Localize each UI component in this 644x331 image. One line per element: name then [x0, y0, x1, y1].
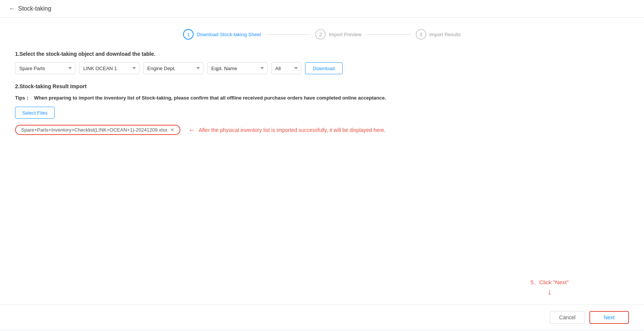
dept-select[interactable]: Engine Dept. [143, 62, 203, 74]
arrow-left-icon: ← [188, 126, 195, 134]
section2-title: 2.Stock-taking Result Import [15, 83, 629, 89]
download-button[interactable]: Download [305, 62, 343, 74]
annotation-5-arrow: ↓ [548, 288, 552, 296]
step-3-label: Import Results [429, 32, 461, 37]
all-select[interactable]: All [271, 62, 301, 74]
step-line-1 [266, 34, 311, 35]
annotation-5: 5、Click "Next" ↓ [531, 279, 569, 296]
file-annotation: ← After the physical inventory list is i… [188, 126, 385, 134]
section1-title: 1.Select the stock-taking object and dow… [15, 51, 629, 57]
step-2-label: Import Preview [329, 32, 362, 37]
step-2-circle: 2 [315, 29, 326, 40]
filter-row: Spare Parts LINK OCEAN 1 Engine Dept. Eq… [15, 62, 629, 74]
steps-container: 1 Download Stock-taking Sheet 2 Import P… [15, 29, 629, 40]
footer: Cancel Next [0, 305, 644, 330]
tips-content: When preparing to import the inventory l… [34, 95, 386, 101]
close-file-button[interactable]: ✕ [170, 127, 174, 133]
tips-label: Tips： [15, 95, 30, 101]
main-content: 1 Download Stock-taking Sheet 2 Import P… [0, 18, 644, 330]
step-line-2 [366, 34, 411, 35]
step-3-circle: 3 [416, 29, 426, 40]
step-2: 2 Import Preview [315, 29, 362, 40]
annotation-5-label: 5、Click "Next" [531, 279, 569, 286]
step-1: 1 Download Stock-taking Sheet [183, 29, 261, 40]
page-title: Stock-taking [18, 5, 51, 12]
select-files-button[interactable]: Select Files [15, 107, 55, 119]
eqpt-select[interactable]: Eqpt. Name [207, 62, 267, 74]
step-3: 3 Import Results [416, 29, 461, 40]
back-button[interactable]: ← [9, 5, 15, 12]
step-1-label: Download Stock-taking Sheet [197, 32, 261, 37]
type-select[interactable]: Spare Parts [15, 62, 75, 74]
vessel-select[interactable]: LINK OCEAN 1 [79, 62, 139, 74]
step-1-circle: 1 [183, 29, 194, 40]
next-button[interactable]: Next [589, 311, 629, 324]
file-name: Spare+Parts+Inventory+Checklist(LINK+OCE… [21, 127, 167, 133]
tips-text: Tips： When preparing to import the inven… [15, 95, 629, 101]
annotation-text: After the physical inventory list is imp… [198, 127, 385, 133]
cancel-button[interactable]: Cancel [550, 311, 585, 324]
file-tag: Spare+Parts+Inventory+Checklist(LINK+OCE… [15, 125, 180, 135]
page-header: ← Stock-taking [0, 0, 644, 18]
file-tag-row: Spare+Parts+Inventory+Checklist(LINK+OCE… [15, 125, 629, 135]
